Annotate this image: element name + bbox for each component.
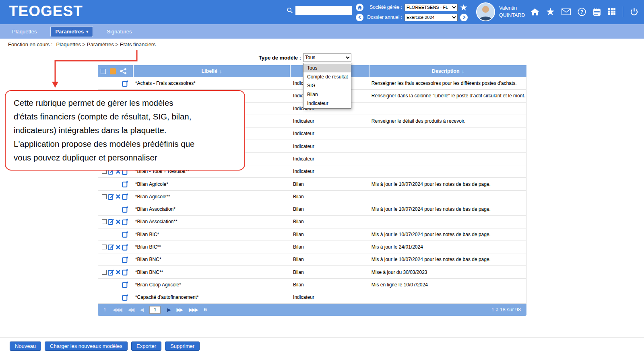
nav-tabs: Plaquettes Paramètres ▾ Signatures (7, 26, 136, 37)
row-type: Bilan (290, 244, 369, 250)
column-header-description[interactable]: Description (432, 68, 460, 74)
duplicate-icon[interactable] (122, 231, 128, 238)
fast-prev-button[interactable]: ◀◀ (128, 307, 134, 313)
apps-grid-icon[interactable] (608, 8, 616, 16)
annotation-arrow (50, 47, 143, 90)
tab-signatures[interactable]: Signatures (102, 26, 136, 37)
dropdown-option[interactable]: Compte de résultat (303, 72, 351, 81)
duplicate-icon[interactable] (122, 206, 128, 213)
next-page-button[interactable]: ▶ (167, 307, 170, 313)
edit-icon[interactable] (108, 218, 114, 225)
help-icon[interactable]: ? (578, 8, 586, 16)
row-checkbox[interactable] (102, 245, 107, 249)
row-type: Indicateur (290, 131, 369, 136)
annotation-text-line: Cette rubrique permet de gérer les modèl… (14, 96, 236, 110)
type-filter-dropdown: Tous Compte de résultat SIG Bilan Indica… (303, 63, 351, 109)
table-row: *Bilan Agricole* Bilan Mis à jour le 10/… (98, 178, 526, 190)
type-filter-select[interactable]: Tous (303, 53, 351, 62)
row-type: Bilan (290, 257, 369, 262)
duplicate-icon[interactable] (122, 294, 128, 301)
delete-icon[interactable] (116, 245, 121, 250)
power-icon[interactable] (630, 8, 638, 16)
duplicate-icon[interactable] (122, 244, 128, 251)
duplicate-icon[interactable] (122, 281, 128, 288)
tab-plaquettes[interactable]: Plaquettes (7, 26, 41, 37)
row-edit-icons (102, 269, 121, 276)
person-photo (477, 3, 494, 21)
tab-parametres[interactable]: Paramètres ▾ (50, 26, 93, 37)
search-icon (287, 7, 293, 14)
next-exercise-button[interactable] (460, 14, 468, 21)
avatar[interactable] (476, 2, 495, 21)
home-icon[interactable] (530, 8, 539, 16)
duplicate-icon[interactable] (122, 181, 128, 187)
table-row: *Bilan Agricole** Bilan (98, 191, 526, 203)
filter-label: Type de modèle : (193, 55, 301, 61)
annotation-text-line: L'application propose des modèles prédéf… (14, 137, 236, 151)
delete-icon[interactable] (116, 269, 121, 275)
dossier-select[interactable]: Exercice 2024 (405, 14, 458, 21)
dropdown-option[interactable]: Indicateur (303, 99, 351, 108)
row-description: Mis à jour le 10/07/2024 pour les notes … (369, 206, 526, 212)
divider (623, 6, 623, 17)
table-row: *Bilan BNC* Bilan Mis à jour le 10/07/20… (98, 253, 526, 266)
current-page-label: 1 (103, 307, 106, 313)
row-description: Renseigner les frais accessoires pour le… (369, 80, 526, 86)
table-row: *Bilan Association* Bilan Mis à jour le … (98, 203, 526, 216)
row-label: *Bilan Association* (133, 206, 290, 212)
dossier-label: Dossier annuel : (366, 14, 402, 20)
calendar-icon[interactable] (593, 8, 601, 16)
dropdown-option[interactable]: SIG (303, 81, 351, 90)
sort-desc-icon[interactable]: ↓ (219, 68, 222, 74)
svg-text:?: ? (580, 9, 583, 14)
duplicate-icon[interactable] (122, 193, 128, 200)
dropdown-option[interactable]: Bilan (303, 90, 351, 99)
row-checkbox[interactable] (102, 194, 107, 199)
first-page-button[interactable]: ◀◀◀ (113, 307, 122, 313)
duplicate-icon[interactable] (122, 269, 128, 276)
row-label: *Bilan Agricole* (133, 181, 290, 187)
row-type: Indicateur (290, 144, 369, 149)
nouveau-button[interactable]: Nouveau (10, 341, 41, 351)
favorite-star-icon[interactable] (460, 4, 467, 11)
row-type: Indicateur (290, 294, 369, 300)
delete-icon[interactable] (116, 194, 121, 199)
duplicate-icon[interactable] (122, 256, 128, 263)
home-circle-button[interactable] (356, 4, 363, 11)
sort-desc-icon[interactable]: ↓ (462, 68, 464, 74)
exporter-button[interactable]: Exporter (131, 341, 161, 351)
previous-exercise-button[interactable] (356, 14, 363, 21)
prev-page-button[interactable]: ◀ (140, 307, 143, 313)
charger-modeles-button[interactable]: Charger les nouveaux modèles (45, 341, 128, 351)
app-logo: TEOGEST (9, 3, 83, 20)
table-row: *Bilan BNC** Bilan Mise à jour du 30/03/… (98, 266, 526, 278)
column-header-libelle[interactable]: Libellé (201, 68, 217, 74)
edit-icon[interactable] (108, 193, 114, 200)
row-type: Indicateur (290, 169, 369, 174)
row-description: Mis à jour le 24/01/2024 (369, 244, 526, 250)
edit-icon[interactable] (108, 269, 114, 276)
edit-icon[interactable] (108, 244, 114, 250)
last-page-button[interactable]: ▶▶▶ (189, 307, 198, 313)
table-row: *Bilan BIC* Bilan Mis à jour le 10/07/20… (98, 228, 526, 241)
dropdown-option[interactable]: Tous (303, 64, 351, 72)
supprimer-button[interactable]: Supprimer (165, 341, 200, 351)
societe-select[interactable]: FLOREETSENS - FL (405, 4, 458, 11)
row-label: *Achats - Frais accessoires* (133, 80, 290, 86)
messages-icon[interactable] (561, 8, 571, 15)
breadcrumb-label: Fonction en cours : (8, 41, 53, 47)
row-edit-icons (102, 193, 121, 200)
arrow-left-icon (358, 15, 362, 19)
favorites-star-icon[interactable] (546, 8, 555, 16)
fast-next-button[interactable]: ▶▶ (177, 307, 182, 313)
row-description: Renseigner dans la colonne "Libellé" le … (369, 93, 526, 99)
annotation-text-line: indicateurs) intégrables dans la plaquet… (14, 123, 236, 137)
delete-icon[interactable] (116, 219, 121, 224)
caret-down-icon: ▾ (86, 29, 88, 34)
pagination-summary: 1 à 18 sur 98 (491, 307, 521, 313)
row-checkbox[interactable] (102, 219, 107, 224)
page-input[interactable] (149, 306, 161, 314)
duplicate-icon[interactable] (122, 218, 128, 225)
row-checkbox[interactable] (102, 270, 107, 275)
global-search-input[interactable] (295, 6, 352, 15)
